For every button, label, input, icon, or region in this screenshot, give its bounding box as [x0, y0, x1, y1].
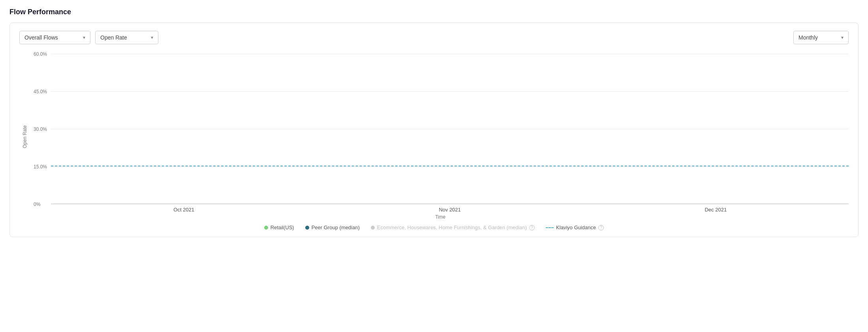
legend-peer: Peer Group (median)	[305, 224, 360, 230]
y-label-15: 15.0%	[34, 164, 47, 170]
bars-area	[51, 54, 849, 204]
legend-dot-retail	[264, 226, 268, 230]
chart-wrapper: 60.0% 45.0% 30.0% 15.0% 0%	[32, 54, 849, 220]
baseline	[51, 204, 849, 204]
page-title: Flow Performance	[9, 8, 859, 16]
rate-dropdown[interactable]: Open Rate ▾	[95, 31, 158, 44]
y-label-0: 0%	[34, 202, 40, 207]
x-axis-title: Time	[32, 214, 849, 220]
y-axis-label: Open Rate	[19, 54, 30, 220]
x-label-oct: Oct 2021	[51, 207, 317, 213]
chart-container: Overall Flows ▾ Open Rate ▾ Monthly ▾ Op…	[9, 23, 859, 237]
y-label-45: 45.0%	[34, 89, 47, 94]
legend-label-retail: Retail(US)	[271, 224, 294, 230]
legend-question-ecommerce[interactable]: ?	[529, 225, 535, 230]
chart-area: Open Rate 60.0% 45.0% 30.0% 15.0% 0%	[19, 54, 849, 220]
period-dropdown[interactable]: Monthly ▾	[793, 31, 849, 44]
chart-inner: 60.0% 45.0% 30.0% 15.0% 0%	[32, 54, 849, 220]
legend-question-klaviyo[interactable]: ?	[598, 225, 604, 230]
toolbar-left: Overall Flows ▾ Open Rate ▾	[19, 31, 158, 44]
rate-dropdown-label: Open Rate	[100, 34, 127, 41]
legend-label-ecommerce: Ecommerce, Housewares, Home Furnishings,…	[377, 224, 527, 230]
flows-dropdown-label: Overall Flows	[24, 34, 58, 41]
flows-dropdown-chevron: ▾	[83, 35, 85, 40]
x-label-dec: Dec 2021	[583, 207, 849, 213]
x-axis: Oct 2021 Nov 2021 Dec 2021	[51, 207, 849, 213]
legend-ecommerce: Ecommerce, Housewares, Home Furnishings,…	[371, 224, 535, 230]
legend-retail: Retail(US)	[264, 224, 294, 230]
grid-line-0: 0%	[51, 204, 849, 204]
legend-label-klaviyo: Klaviyo Guidance	[556, 224, 596, 230]
legend-label-peer: Peer Group (median)	[312, 224, 360, 230]
toolbar: Overall Flows ▾ Open Rate ▾ Monthly ▾	[19, 31, 849, 44]
x-label-nov: Nov 2021	[317, 207, 582, 213]
legend-dot-ecommerce	[371, 226, 375, 230]
y-label-30: 30.0%	[34, 126, 47, 132]
legend: Retail(US) Peer Group (median) Ecommerce…	[19, 224, 849, 230]
rate-dropdown-chevron: ▾	[151, 35, 153, 40]
legend-dot-peer	[305, 226, 309, 230]
period-dropdown-chevron: ▾	[841, 35, 844, 40]
legend-dash-klaviyo	[546, 227, 554, 228]
y-label-60: 60.0%	[34, 51, 47, 57]
legend-klaviyo: Klaviyo Guidance ?	[546, 224, 604, 230]
period-dropdown-label: Monthly	[798, 34, 818, 41]
flows-dropdown[interactable]: Overall Flows ▾	[19, 31, 90, 44]
